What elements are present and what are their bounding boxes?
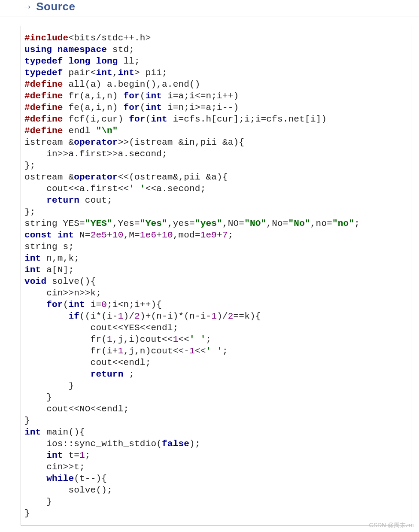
code-token: int: [46, 450, 63, 460]
code-token: 10: [162, 230, 173, 240]
code-token: 2: [228, 311, 234, 321]
code-token: 7: [222, 230, 228, 240]
code-token: ;: [123, 369, 134, 379]
code-token: <<: [178, 334, 189, 344]
code-token: [24, 369, 91, 379]
code-token: ' ': [189, 334, 206, 344]
code-token: "yes": [195, 219, 222, 228]
code-token: ,j,i)cout<<: [112, 334, 173, 344]
code-token: solve(){: [46, 277, 96, 286]
code-token: 0: [101, 300, 107, 310]
code-token: istream &: [24, 137, 74, 147]
code-token: fr(: [24, 334, 107, 344]
code-token: int: [146, 103, 162, 112]
code-token: (: [140, 103, 146, 112]
code-token: "No": [288, 219, 310, 228]
code-token: }: [24, 392, 52, 402]
code-token: 1e9: [200, 230, 217, 240]
code-token: [24, 450, 46, 460]
code-token: pair<: [63, 68, 96, 78]
code-token: all(a) a.begin(),a.end(): [63, 79, 200, 89]
code-token: };: [24, 161, 36, 170]
code-token: ostream &: [24, 172, 74, 182]
code-token: ;i<n;i++){: [107, 300, 162, 310]
code-token: <bits/stdc++.h>: [68, 33, 151, 43]
code-token: "Yes": [140, 219, 167, 228]
code-block: #include<bits/stdc++.h> using namespace …: [21, 26, 412, 526]
code-token: for: [123, 103, 140, 112]
code-token: ==k){: [234, 311, 261, 321]
code-token: ((i*(i-: [79, 311, 118, 321]
divider: [0, 16, 419, 16]
code-token: i=cfs.h[cur];i;i=cfs.net[i]): [167, 114, 327, 124]
code-token: string YES=: [24, 219, 85, 228]
code-token: while: [46, 474, 74, 483]
watermark: CSDN @周末zm: [369, 522, 414, 526]
code-token: int: [24, 427, 41, 437]
code-token: }: [24, 381, 74, 391]
code-token: (: [140, 91, 146, 101]
code-token: [24, 195, 46, 205]
code-token: (: [146, 114, 151, 124]
code-token: solve();: [24, 485, 112, 495]
code-token: ;: [228, 230, 234, 240]
code-token: "no": [332, 219, 354, 228]
code-token: return: [91, 369, 124, 379]
code-token: int: [146, 91, 162, 101]
code-token: operator: [74, 137, 118, 147]
code-token: #include: [24, 33, 68, 43]
code-token: <<a.second;: [146, 184, 206, 194]
code-token: ,Yes=: [112, 219, 140, 228]
code-token: 1: [107, 334, 112, 344]
code-token: [24, 474, 46, 483]
code-token: int: [24, 265, 41, 275]
code-token: ;: [222, 346, 228, 356]
code-token: #define: [24, 114, 63, 124]
code-token: "NO": [244, 219, 266, 228]
code-token: cout<<NO<<endl;: [24, 404, 129, 414]
code-token: in>>a.first>>a.second;: [24, 149, 167, 159]
code-token: 2: [134, 311, 140, 321]
code-token: ;: [206, 334, 212, 344]
code-token: fr(a,i,n): [63, 91, 124, 101]
code-token: a[N];: [41, 265, 74, 275]
code-token: (t--){: [74, 474, 107, 483]
code-token: endl: [63, 126, 96, 136]
code-token: ,NO=: [222, 219, 244, 228]
code-token: [24, 300, 46, 310]
code-token: cin>>t;: [24, 462, 85, 472]
code-token: <<: [195, 346, 206, 356]
code-token: }: [24, 508, 30, 518]
code-token: (: [63, 300, 69, 310]
code-token: int: [151, 114, 167, 124]
code-token: ios::sync_with_stdio(: [24, 439, 162, 449]
code-token: }: [24, 497, 52, 507]
code-token: 10: [112, 230, 124, 240]
code-token: #define: [24, 79, 63, 89]
code-token: >>(istream &in,pii &a){: [118, 137, 244, 147]
code-token: 1: [211, 311, 217, 321]
source-code: #include<bits/stdc++.h> using namespace …: [24, 32, 408, 519]
code-token: };: [24, 207, 36, 217]
code-token: ,j,n)cout<<-: [123, 346, 189, 356]
code-token: cout<<endl;: [24, 358, 151, 368]
code-token: fr(i+: [24, 346, 118, 356]
code-token: i=a;i<=n;i++): [162, 91, 239, 101]
code-token: "YES": [85, 219, 112, 228]
code-token: int: [118, 68, 134, 78]
code-token: cout<<YES<<endl;: [24, 323, 178, 333]
code-token: typedef long long: [24, 56, 118, 66]
code-token: ' ': [206, 346, 222, 356]
code-token: const int: [24, 230, 74, 240]
code-token: fe(a,i,n): [63, 103, 124, 112]
code-token: 1e6: [140, 230, 156, 240]
code-token: #define: [24, 126, 63, 136]
code-token: 2e5: [91, 230, 107, 240]
code-token: operator: [74, 172, 118, 182]
code-token: 1: [173, 334, 179, 344]
code-token: main(){: [41, 427, 85, 437]
code-token: +: [217, 230, 222, 240]
code-token: ;: [354, 219, 360, 228]
code-token: false: [162, 439, 189, 449]
code-token: 1: [118, 346, 124, 356]
